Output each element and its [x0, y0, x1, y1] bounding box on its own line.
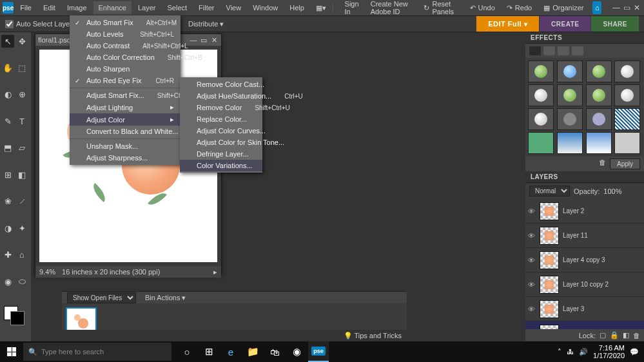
effect-thumb[interactable]: [614, 61, 640, 82]
menu-item-auto-sharpen[interactable]: Auto Sharpen: [70, 63, 181, 75]
effect-thumb[interactable]: [557, 132, 583, 154]
window-minimize[interactable]: —: [612, 3, 621, 12]
menu-item-adjust-color[interactable]: Adjust Color▸: [70, 113, 181, 126]
tray-expand-icon[interactable]: ˄: [558, 348, 561, 356]
visibility-icon[interactable]: 👁: [528, 207, 536, 215]
tool-6[interactable]: ✎: [1, 115, 14, 128]
auto-select-layer-checkbox[interactable]: Auto Select Layer: [5, 20, 72, 28]
opacity-value[interactable]: 100%: [603, 187, 621, 195]
notifications-icon[interactable]: 💬: [630, 348, 639, 356]
new-layer-icon[interactable]: ◧: [623, 331, 629, 339]
start-button[interactable]: [0, 341, 23, 362]
visibility-icon[interactable]: 👁: [528, 232, 536, 240]
doc-minimize[interactable]: —: [189, 36, 198, 44]
menu-item-auto-smart-fix[interactable]: Auto Smart FixAlt+Ctrl+M: [70, 17, 181, 28]
menu-item-adjust-smart-fix-[interactable]: Adjust Smart Fix...Shift+Ctrl+M: [70, 90, 181, 101]
menu-enhance[interactable]: Enhance: [93, 1, 132, 14]
create-adobe-id-link[interactable]: Create New Adobe ID: [366, 0, 420, 18]
tab-share[interactable]: SHARE: [591, 16, 639, 32]
volume-icon[interactable]: 🔊: [579, 348, 588, 356]
menu-layer[interactable]: Layer: [133, 1, 161, 14]
submenu-item-adjust-hue-saturation-[interactable]: Adjust Hue/Saturation...Ctrl+U: [180, 90, 262, 102]
layer-row[interactable]: 👁Layer 4 copy 3: [525, 248, 644, 272]
tool-18[interactable]: ◉: [1, 275, 14, 288]
layer-row[interactable]: 👁Layer 11: [525, 224, 644, 248]
doc-maximize[interactable]: ▭: [199, 36, 208, 44]
effects-tab-1[interactable]: [529, 46, 541, 55]
apply-effect-button[interactable]: Apply: [610, 158, 640, 169]
layers-panel-header[interactable]: LAYERS: [525, 171, 644, 183]
tool-3[interactable]: ⬚: [15, 61, 28, 74]
menu-filter[interactable]: Filter: [193, 1, 219, 14]
tool-5[interactable]: ⊕: [15, 88, 28, 101]
visibility-icon[interactable]: 👁: [528, 281, 536, 289]
effect-thumb[interactable]: [557, 108, 583, 130]
edge-icon[interactable]: e: [220, 341, 241, 362]
menu-item-auto-color-correction[interactable]: Auto Color CorrectionShift+Ctrl+B: [70, 52, 181, 63]
effects-tab-2[interactable]: [543, 46, 555, 55]
effect-thumb[interactable]: [614, 108, 640, 130]
menu-view[interactable]: View: [221, 1, 247, 14]
tool-14[interactable]: ◑: [1, 222, 14, 234]
tool-17[interactable]: ⌂: [15, 249, 28, 262]
bin-actions-dropdown[interactable]: Bin Actions ▾: [145, 294, 186, 302]
layer-row[interactable]: 👁Layer 10 copy 2: [525, 272, 644, 297]
window-maximize[interactable]: ▭: [622, 3, 631, 12]
tool-1[interactable]: ✥: [15, 35, 28, 48]
menu-item-convert-to-black-and-white-[interactable]: Convert to Black and White...Alt+Ctrl+B: [70, 126, 181, 137]
doc-close[interactable]: ✕: [210, 36, 219, 44]
undo-button[interactable]: ↶Undo: [467, 3, 498, 14]
zoom-level[interactable]: 9.4%: [39, 268, 55, 276]
submenu-item-adjust-color-curves-[interactable]: Adjust Color Curves...: [180, 125, 262, 137]
effect-thumb[interactable]: [528, 84, 554, 106]
menu-help[interactable]: Help: [284, 1, 309, 14]
visibility-icon[interactable]: 👁: [528, 256, 536, 264]
file-explorer-icon[interactable]: 📁: [242, 341, 263, 362]
redo-button[interactable]: ↷Redo: [504, 3, 534, 14]
submenu-item-defringe-layer-[interactable]: Defringe Layer...: [180, 148, 262, 160]
delete-layer-icon[interactable]: 🗑: [633, 332, 640, 339]
task-view-icon[interactable]: ⊞: [199, 341, 219, 362]
effect-thumb[interactable]: [586, 132, 612, 154]
lock-all-icon[interactable]: 🔒: [610, 331, 619, 339]
menu-select[interactable]: Select: [162, 1, 192, 14]
taskbar-clock[interactable]: 7:16 AM 1/17/2020: [593, 344, 625, 359]
effect-thumb[interactable]: [586, 108, 612, 130]
layer-row[interactable]: 👁Layer 2: [525, 199, 644, 224]
tool-4[interactable]: ◐: [1, 88, 14, 101]
layer-row[interactable]: 👁Layer 1: [525, 321, 644, 329]
effect-thumb[interactable]: [557, 84, 583, 106]
tool-10[interactable]: ⊞: [1, 168, 14, 181]
tool-8[interactable]: ⬒: [1, 142, 14, 155]
sign-in-link[interactable]: Sign In: [340, 0, 364, 18]
submenu-item-adjust-color-for-skin-tone-[interactable]: Adjust Color for Skin Tone...: [180, 137, 262, 148]
menu-item-auto-contrast[interactable]: Auto ContrastAlt+Shift+Ctrl+L: [70, 40, 181, 52]
effect-thumb[interactable]: [528, 132, 554, 154]
layer-row[interactable]: 👁Layer 3: [525, 297, 644, 321]
taskbar-search[interactable]: 🔍Type here to search: [23, 343, 171, 361]
menu-item-auto-red-eye-fix[interactable]: Auto Red Eye FixCtrl+R: [70, 75, 181, 86]
submenu-item-replace-color-[interactable]: Replace Color...: [180, 113, 262, 125]
menu-item-unsharp-mask-[interactable]: Unsharp Mask...: [70, 140, 181, 152]
tool-12[interactable]: ❀: [1, 195, 14, 208]
tab-edit-full[interactable]: EDIT Full ▾: [476, 16, 539, 32]
tool-13[interactable]: ⟋: [15, 195, 28, 208]
tool-2[interactable]: ✋: [1, 61, 14, 74]
chrome-icon[interactable]: ◉: [286, 341, 307, 362]
submenu-item-remove-color-cast-[interactable]: Remove Color Cast...: [180, 79, 262, 90]
effects-tab-4[interactable]: [572, 46, 583, 55]
lock-transparency-icon[interactable]: ▢: [600, 331, 606, 339]
pse-taskbar-icon[interactable]: pse: [308, 341, 329, 362]
menu-window[interactable]: Window: [248, 1, 283, 14]
tool-16[interactable]: ✚: [1, 249, 14, 262]
tool-19[interactable]: ⬭: [15, 275, 28, 288]
cortana-icon[interactable]: ○: [177, 341, 197, 362]
home-button[interactable]: ⌂: [592, 1, 601, 14]
trash-icon[interactable]: 🗑: [599, 158, 606, 169]
effect-thumb[interactable]: [614, 132, 640, 154]
effect-thumb[interactable]: [614, 84, 640, 106]
effect-thumb[interactable]: [528, 108, 554, 130]
distribute-dropdown[interactable]: Distribute ▾: [188, 20, 224, 28]
blend-mode-select[interactable]: Normal: [529, 186, 570, 196]
menu-file[interactable]: File: [15, 1, 37, 14]
